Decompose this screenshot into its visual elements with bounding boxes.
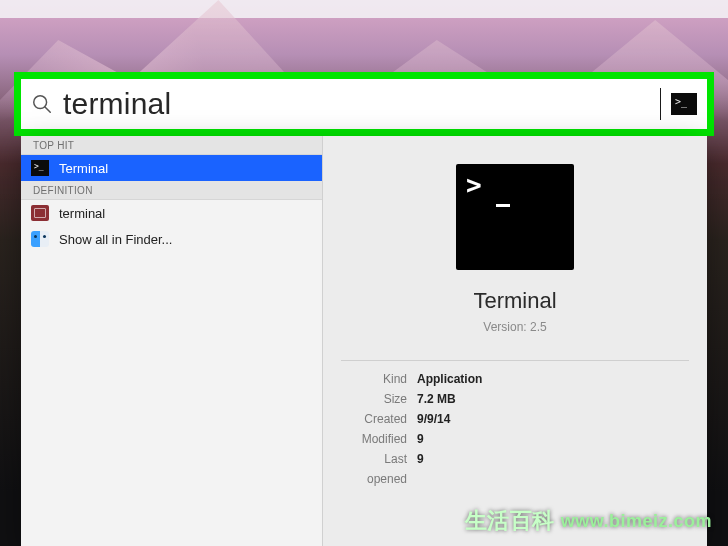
watermark-url: www.bimeiz.com [561, 511, 712, 532]
meta-label-modified: Modified [341, 429, 417, 449]
result-label: Show all in Finder... [59, 232, 172, 247]
meta-row: Modified 9 [341, 429, 689, 449]
meta-row: Created 9/9/14 [341, 409, 689, 429]
result-definition-terminal[interactable]: terminal [21, 200, 322, 226]
result-label: Terminal [59, 161, 108, 176]
results-list: TOP HIT Terminal DEFINITION terminal Sho… [21, 136, 323, 546]
preview-content: > Terminal Version: 2.5 [456, 136, 574, 334]
meta-label-last-opened: Last opened [341, 449, 417, 489]
terminal-app-icon-large: > [456, 164, 574, 270]
dictionary-icon [31, 205, 49, 221]
finder-icon [31, 231, 49, 247]
meta-label-size: Size [341, 389, 417, 409]
meta-value-created: 9/9/14 [417, 409, 450, 429]
spotlight-search-bar[interactable] [21, 79, 707, 129]
desktop-background: TOP HIT Terminal DEFINITION terminal Sho… [0, 0, 728, 546]
meta-value-size: 7.2 MB [417, 389, 456, 409]
preview-app-name: Terminal [456, 288, 574, 314]
divider [341, 360, 689, 361]
terminal-app-icon [671, 93, 697, 115]
meta-value-modified: 9 [417, 429, 424, 449]
spotlight-search-input[interactable] [63, 87, 658, 121]
watermark-cn: 生活百科 [465, 506, 555, 536]
text-cursor [660, 88, 661, 120]
result-show-all-in-finder[interactable]: Show all in Finder... [21, 226, 322, 252]
meta-row: Last opened 9 [341, 449, 689, 489]
spotlight-results-panel: TOP HIT Terminal DEFINITION terminal Sho… [21, 136, 707, 546]
preview-version: Version: 2.5 [456, 320, 574, 334]
result-top-hit-terminal[interactable]: Terminal [21, 155, 322, 181]
meta-value-last-opened: 9 [417, 449, 424, 489]
source-watermark: 生活百科 www.bimeiz.com [465, 506, 712, 536]
search-icon [31, 93, 53, 115]
terminal-app-icon [31, 160, 49, 176]
result-label: terminal [59, 206, 105, 221]
preview-pane: > Terminal Version: 2.5 Kind Application… [323, 136, 707, 546]
meta-label-kind: Kind [341, 369, 417, 389]
meta-row: Size 7.2 MB [341, 389, 689, 409]
section-header-definition: DEFINITION [21, 181, 322, 200]
macos-menubar[interactable] [0, 0, 728, 18]
meta-value-kind: Application [417, 369, 482, 389]
meta-label-created: Created [341, 409, 417, 429]
meta-row: Kind Application [341, 369, 689, 389]
tutorial-highlight-box [14, 72, 714, 136]
svg-line-1 [45, 107, 51, 113]
terminal-cursor-glyph [496, 204, 510, 207]
terminal-prompt-glyph: > [466, 172, 482, 198]
section-header-top-hit: TOP HIT [21, 136, 322, 155]
preview-metadata: Kind Application Size 7.2 MB Created 9/9… [323, 369, 707, 507]
